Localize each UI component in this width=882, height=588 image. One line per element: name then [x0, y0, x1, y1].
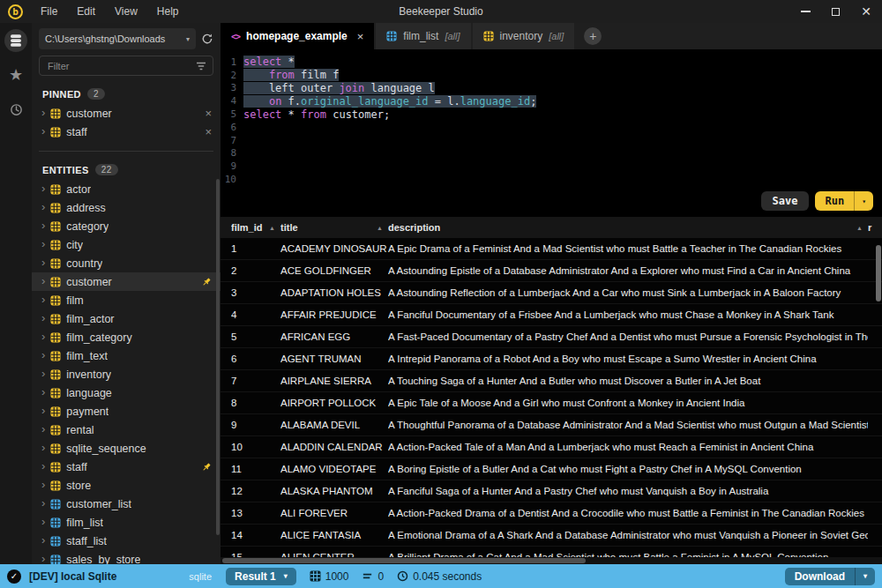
- table-row-8[interactable]: 8AIRPORT POLLOCKA Epic Tale of a Moose A…: [220, 392, 882, 414]
- chevron-right-icon[interactable]: ›: [41, 460, 45, 472]
- code-line-4[interactable]: 4 on f.original_language_id = l.language…: [220, 94, 882, 108]
- new-tab-button[interactable]: +: [584, 27, 602, 45]
- minimize-icon[interactable]: [801, 11, 811, 12]
- table-row-12[interactable]: 12ALASKA PHANTOMA Fanciful Saga of a Hun…: [220, 480, 882, 502]
- tab-film_list[interactable]: film_list[all]: [376, 23, 470, 49]
- table-row-10[interactable]: 10ALADDIN CALENDARA Action-Packed Tale o…: [220, 436, 882, 458]
- pinned-item-customer[interactable]: ›customer×: [32, 104, 220, 123]
- entity-sales_by_store[interactable]: ›sales_by_store: [32, 550, 220, 564]
- table-row-14[interactable]: 14ALICE FANTASIAA Emotional Drama of a A…: [220, 525, 882, 547]
- entity-category[interactable]: ›category: [32, 217, 220, 235]
- menu-file[interactable]: File: [41, 5, 57, 18]
- table-row-3[interactable]: 3ADAPTATION HOLESA Astounding Reflection…: [220, 282, 882, 304]
- close-window-icon[interactable]: ✕: [861, 7, 871, 16]
- table-row-13[interactable]: 13ALI FOREVERA Action-Packed Drama of a …: [220, 502, 882, 525]
- tab-homepage_example[interactable]: <>homepage_example×: [220, 23, 374, 49]
- table-row-4[interactable]: 4AFFAIR PREJUDICEA Fanciful Documentary …: [220, 304, 882, 326]
- chevron-right-icon[interactable]: ›: [41, 201, 45, 212]
- code-line-7[interactable]: 7: [220, 134, 882, 147]
- filter-input[interactable]: [39, 56, 213, 76]
- run-button-label[interactable]: Run: [815, 191, 854, 211]
- chevron-right-icon[interactable]: ›: [41, 497, 45, 509]
- chevron-right-icon[interactable]: ›: [41, 442, 45, 453]
- sort-arrow-icon[interactable]: ▲: [269, 225, 275, 231]
- sql-editor[interactable]: 1select *2 from film f3 left outer join …: [220, 49, 882, 217]
- chevron-right-icon[interactable]: ›: [41, 257, 45, 268]
- chevron-right-icon[interactable]: ›: [41, 423, 45, 435]
- table-row-1[interactable]: 1ACADEMY DINOSAURA Epic Drama of a Femin…: [220, 238, 882, 260]
- code-line-2[interactable]: 2 from film f: [220, 69, 882, 82]
- menu-edit[interactable]: Edit: [77, 5, 95, 18]
- chevron-right-icon[interactable]: ›: [41, 553, 45, 564]
- chevron-right-icon[interactable]: ›: [41, 331, 45, 342]
- tables-rail-button[interactable]: [4, 29, 27, 52]
- table-row-11[interactable]: 11ALAMO VIDEOTAPEA Boring Epistle of a B…: [220, 458, 882, 480]
- entity-film_text[interactable]: ›film_text: [32, 346, 220, 365]
- entity-film_list[interactable]: ›film_list: [32, 513, 220, 532]
- chevron-right-icon[interactable]: ›: [41, 294, 45, 305]
- chevron-right-icon[interactable]: ›: [41, 125, 45, 137]
- chevron-right-icon[interactable]: ›: [41, 516, 45, 527]
- entity-payment[interactable]: ›payment: [32, 402, 220, 421]
- chevron-right-icon[interactable]: ›: [41, 220, 45, 231]
- code-line-1[interactable]: 1select *: [220, 56, 882, 69]
- unpin-close-icon[interactable]: ×: [205, 107, 212, 120]
- entity-country[interactable]: ›country: [32, 254, 220, 272]
- entity-customer[interactable]: ›customer: [32, 272, 220, 291]
- chevron-right-icon[interactable]: ›: [41, 275, 45, 287]
- favorites-rail-button[interactable]: ★: [4, 63, 27, 86]
- column-header-clipped[interactable]: r: [868, 222, 882, 233]
- result-selector[interactable]: Result 1 ▾: [226, 568, 296, 585]
- entity-actor[interactable]: ›actor: [32, 180, 220, 198]
- run-dropdown-caret-icon[interactable]: ▾: [854, 191, 873, 211]
- table-row-9[interactable]: 9ALABAMA DEVILA Thoughtful Panorama of a…: [220, 414, 882, 436]
- download-button[interactable]: Download ▾: [785, 568, 875, 585]
- chevron-right-icon[interactable]: ›: [41, 238, 45, 249]
- chevron-right-icon[interactable]: ›: [41, 107, 45, 118]
- column-header-description[interactable]: description ▲: [388, 222, 868, 233]
- column-header-film-id[interactable]: film_id ▲: [231, 222, 280, 233]
- code-line-6[interactable]: 6: [220, 121, 882, 134]
- chevron-right-icon[interactable]: ›: [41, 182, 45, 194]
- download-dropdown-caret-icon[interactable]: ▾: [855, 568, 875, 585]
- entity-film[interactable]: ›film: [32, 291, 220, 309]
- entity-store[interactable]: ›store: [32, 476, 220, 495]
- table-row-2[interactable]: 2ACE GOLDFINGERA Astounding Epistle of a…: [220, 260, 882, 282]
- sort-arrow-icon[interactable]: ▲: [377, 225, 383, 231]
- filter-icon[interactable]: [196, 62, 206, 71]
- horizontal-scrollbar[interactable]: [220, 557, 882, 564]
- entity-staff[interactable]: ›staff: [32, 458, 220, 476]
- code-line-8[interactable]: 8: [220, 147, 882, 160]
- column-header-title[interactable]: title ▲: [280, 222, 388, 233]
- save-button[interactable]: Save: [761, 191, 810, 211]
- entity-language[interactable]: ›language: [32, 383, 220, 402]
- history-rail-button[interactable]: [4, 98, 27, 121]
- vertical-scrollbar-thumb[interactable]: [876, 245, 881, 301]
- sort-arrow-icon[interactable]: ▲: [856, 225, 863, 231]
- horizontal-scrollbar-thumb[interactable]: [222, 558, 586, 563]
- entity-city[interactable]: ›city: [32, 235, 220, 254]
- entity-staff_list[interactable]: ›staff_list: [32, 532, 220, 550]
- code-line-9[interactable]: 9: [220, 160, 882, 173]
- entity-film_actor[interactable]: ›film_actor: [32, 309, 220, 328]
- chevron-right-icon[interactable]: ›: [41, 386, 45, 398]
- entity-sqlite_sequence[interactable]: ›sqlite_sequence: [32, 439, 220, 458]
- tab-close-icon[interactable]: ×: [357, 30, 364, 43]
- entity-film_category[interactable]: ›film_category: [32, 328, 220, 346]
- connection-dropdown[interactable]: C:\Users\ghstng\Downloads ▾: [39, 28, 196, 49]
- chevron-right-icon[interactable]: ›: [41, 312, 45, 324]
- code-line-3[interactable]: 3 left outer join language l: [220, 82, 882, 95]
- menu-view[interactable]: View: [115, 5, 138, 18]
- chevron-right-icon[interactable]: ›: [41, 479, 45, 490]
- entity-inventory[interactable]: ›inventory: [32, 365, 220, 383]
- pinned-item-staff[interactable]: ›staff×: [32, 123, 220, 141]
- chevron-right-icon[interactable]: ›: [41, 349, 45, 361]
- table-row-5[interactable]: 5AFRICAN EGGA Fast-Paced Documentary of …: [220, 326, 882, 348]
- table-row-7[interactable]: 7AIRPLANE SIERRAA Touching Saga of a Hun…: [220, 370, 882, 392]
- maximize-icon[interactable]: [832, 8, 840, 16]
- chevron-right-icon[interactable]: ›: [41, 534, 45, 546]
- tab-inventory[interactable]: inventory[all]: [473, 23, 575, 49]
- sidebar-scrollbar[interactable]: [216, 179, 220, 535]
- chevron-right-icon[interactable]: ›: [41, 405, 45, 416]
- table-row-6[interactable]: 6AGENT TRUMANA Intrepid Panorama of a Ro…: [220, 348, 882, 370]
